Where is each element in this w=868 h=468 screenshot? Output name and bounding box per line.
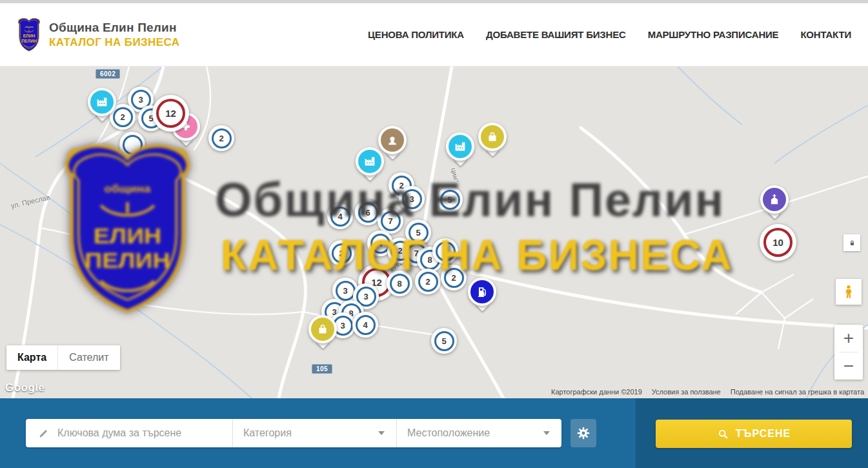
pin-core [470,280,494,303]
pencil-icon [37,427,50,440]
search-bar-right: ТЪРСЕНЕ [636,398,868,468]
business-pin-factory[interactable] [446,132,474,164]
cluster-count: 6 [358,203,378,223]
chevron-down-icon [378,431,385,435]
category-select-value: Категория [233,427,292,439]
svg-text:ЕЛИН: ЕЛИН [23,34,35,38]
location-select[interactable]: Местоположение [396,419,561,447]
cluster-marker[interactable]: 4 [352,312,378,338]
cluster-count: 3 [402,189,422,209]
brand-logo[interactable]: община ЕЛИН ПЕЛИН Община Елин Пелин КАТА… [16,17,179,53]
search-bar: Категория Местоположение ТЪРСЕНЕ [0,398,868,468]
nav-item-contacts[interactable]: КОНТАКТИ [800,29,851,40]
business-pin-fuel[interactable] [468,278,496,309]
keyword-input[interactable] [50,419,232,447]
cluster-count: 4 [436,241,456,261]
worker-icon [385,133,399,147]
pin-core [311,318,334,341]
attribution-report-link[interactable]: Подаване на сигнал за грешка в картата [731,388,864,396]
search-button[interactable]: ТЪРСЕНЕ [656,420,852,448]
road-number-badge: 6002 [96,69,120,79]
cluster-marker[interactable]: 6 [355,199,381,225]
pin-core [358,150,381,173]
cluster-count: 4 [330,207,350,227]
pegman-icon [841,284,856,300]
cluster-marker[interactable]: 5 [431,328,457,354]
cluster-count: 7 [381,211,401,231]
pin-head [468,278,496,306]
chevron-down-icon [543,431,550,435]
business-pin-factory[interactable] [356,147,384,179]
cluster-count: 2 [212,128,232,148]
business-pin-church[interactable] [760,185,789,217]
cluster-count [123,135,143,155]
zoom-out-button[interactable]: − [834,352,863,380]
cluster-marker[interactable]: 2 [208,125,234,151]
cluster-count: 5 [440,190,460,210]
factory-icon [95,95,109,109]
church-icon [767,192,782,207]
svg-text:ПЕЛИН: ПЕЛИН [21,39,37,43]
municipality-crest-icon: община ЕЛИН ПЕЛИН [16,17,42,53]
pin-core [381,128,404,152]
cluster-marker[interactable]: 4 [432,238,458,264]
attribution-copyright: Картографски данни ©2019 [551,388,642,396]
cluster-count: 5 [434,331,454,351]
search-bar-left: Категория Местоположение [0,398,636,468]
nav-item-add-business[interactable]: ДОБАВЕТЕ ВАШИЯТ БИЗНЕС [486,29,626,40]
fuel-icon [475,285,489,299]
cluster-marker[interactable]: 7 [378,208,403,234]
google-logo[interactable]: Google [5,382,45,394]
cluster-marker[interactable]: 8 [387,270,412,296]
search-fields-group: Категория Местоположение [26,419,561,447]
bag-icon [316,322,330,336]
cluster-count: 2 [418,272,438,292]
brand-subtitle: КАТАЛОГ НА БИЗНЕСА [49,36,179,49]
pin-core [763,188,786,211]
map-attribution: Картографски данни ©2019 Условия за полз… [551,388,864,396]
brand-title: Община Елин Пелин [49,21,179,35]
pin-head [356,147,384,176]
cluster-marker[interactable]: 2 [328,240,354,266]
nav-item-route-schedule[interactable]: МАРШРУТНО РАЗПИСАНИЕ [648,29,779,40]
cluster-count: 8 [390,274,410,294]
maptype-control: Карта Сателит [6,345,120,370]
cluster-marker[interactable]: 5 [437,187,463,212]
cluster-marker[interactable]: 12 [152,95,189,132]
cluster-marker[interactable]: 4 [327,203,353,229]
location-select-value: Местоположение [397,427,490,439]
nav-item-pricing[interactable]: ЦЕНОВА ПОЛИТИКА [368,29,464,40]
lock-control-button[interactable] [843,234,860,251]
cluster-marker[interactable] [119,132,145,158]
cluster-count: 12 [156,99,185,128]
advanced-search-button[interactable] [570,419,596,447]
google-map[interactable]: ул. Преслав бул. „Новоселци“ ции“ 6002 1… [0,66,868,398]
pin-core [449,135,472,158]
maptype-map-button[interactable]: Карта [6,345,57,370]
maptype-satellite-button[interactable]: Сателит [57,345,119,370]
pin-head [446,132,474,161]
pegman-button[interactable] [836,279,862,305]
bag-icon [485,130,500,144]
business-pin-bag[interactable] [478,123,507,154]
search-icon [717,428,729,440]
main-nav: ЦЕНОВА ПОЛИТИКА ДОБАВЕТЕ ВАШИЯТ БИЗНЕС М… [368,29,868,40]
category-select[interactable]: Категория [232,419,396,447]
zoom-in-button[interactable]: + [834,325,863,352]
cluster-marker[interactable]: 2 [441,265,467,290]
cluster-marker[interactable]: 3 [399,186,425,212]
pin-head [88,88,116,116]
search-button-label: ТЪРСЕНЕ [736,428,791,440]
cluster-count: 2 [332,243,352,263]
cluster-marker[interactable]: 10 [760,224,796,261]
svg-text:община: община [25,25,34,28]
pin-core [90,90,114,114]
zoom-control: + − [834,325,863,380]
business-pin-bag[interactable] [308,315,337,347]
attribution-terms-link[interactable]: Условия за ползване [652,388,721,396]
factory-icon [453,139,467,154]
cluster-marker[interactable]: 2 [415,269,441,294]
business-pin-factory[interactable] [88,88,116,119]
cluster-count: 5 [409,223,429,243]
cluster-count: 4 [356,315,376,335]
